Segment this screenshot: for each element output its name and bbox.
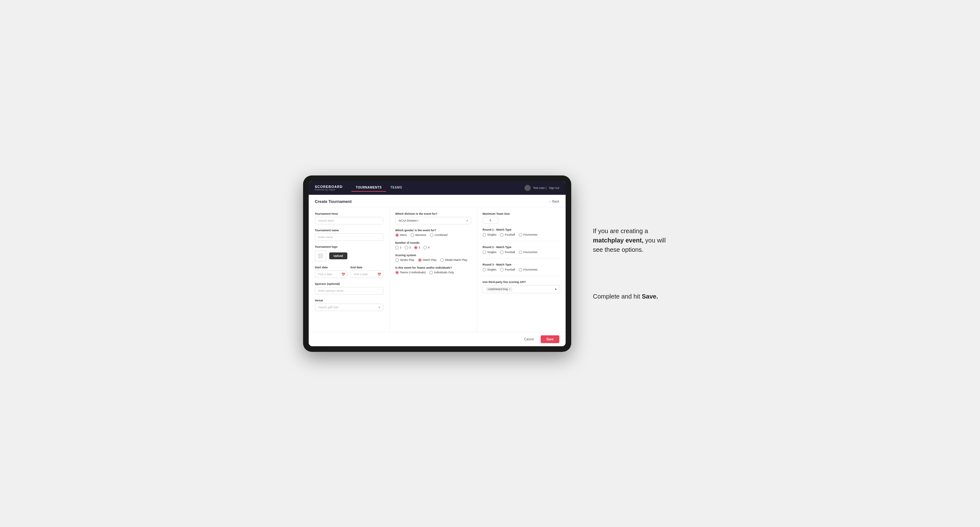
upload-button[interactable]: Upload: [329, 252, 348, 259]
round1-singles-option[interactable]: Singles: [483, 233, 497, 237]
form-title: Create Tournament: [315, 199, 352, 204]
rounds-radio-group: 1 2 3 4: [395, 246, 471, 249]
gender-womens-option[interactable]: Womens: [410, 233, 426, 237]
round2-foursomes-radio[interactable]: [519, 251, 522, 254]
scoring-medal-label: Medal Match Play: [445, 258, 468, 262]
round1-foursomes-option[interactable]: Foursomes: [519, 233, 538, 237]
tablet-frame: SCOREBOARD Powered by clippit TOURNAMENT…: [303, 175, 571, 352]
end-date-input[interactable]: [350, 270, 383, 278]
division-label: Which division is the event for?: [395, 212, 471, 215]
round2-fourball-radio[interactable]: [500, 251, 504, 254]
round3-foursomes-label: Foursomes: [523, 268, 538, 271]
tournament-host-input[interactable]: [315, 217, 383, 224]
gender-womens-label: Womens: [415, 233, 426, 237]
gender-mens-option[interactable]: Mens: [395, 233, 407, 237]
scoring-stroke-option[interactable]: Stroke Play: [395, 258, 414, 262]
annotation-top-text: If you are creating a: [593, 227, 648, 234]
round2-radio-group: Singles Fourball Foursomes: [483, 251, 560, 254]
scoring-match-radio[interactable]: [418, 258, 422, 262]
gender-womens-radio[interactable]: [410, 233, 414, 237]
api-tag-close-icon[interactable]: ×: [509, 288, 511, 291]
brand-title: SCOREBOARD: [315, 185, 343, 189]
end-date-wrapper: 📅: [350, 270, 383, 278]
form-header: Create Tournament ← Back: [309, 195, 566, 207]
nav-user: Test User |: [533, 186, 547, 189]
rounds-label: Number of rounds: [395, 241, 471, 244]
round3-singles-option[interactable]: Singles: [483, 268, 497, 271]
venue-group: Venue ▼: [315, 299, 383, 311]
nav-bar: SCOREBOARD Powered by clippit TOURNAMENT…: [309, 181, 566, 195]
round-1-option[interactable]: 1: [395, 246, 402, 249]
teams-radio-group: Teams (+Individuals) Individuals Only: [395, 271, 471, 274]
round2-fourball-label: Fourball: [505, 251, 515, 254]
tournament-name-input[interactable]: [315, 233, 383, 241]
round-1-radio[interactable]: [395, 246, 399, 249]
round3-foursomes-option[interactable]: Foursomes: [519, 268, 538, 271]
round3-fourball-radio[interactable]: [500, 268, 504, 271]
individuals-only-option[interactable]: Individuals Only: [430, 271, 454, 274]
round1-foursomes-radio[interactable]: [519, 233, 522, 237]
round3-singles-radio[interactable]: [483, 268, 486, 271]
sponsor-input[interactable]: [315, 287, 383, 295]
signout-link[interactable]: Sign out: [549, 186, 559, 189]
gender-combined-radio[interactable]: [430, 233, 433, 237]
tournament-name-label: Tournament name: [315, 229, 383, 232]
round-3-radio[interactable]: [414, 246, 417, 249]
api-dropdown-icon: ▾: [555, 288, 557, 291]
sponsor-label: Sponsor (optional): [315, 283, 383, 286]
gender-combined-label: Combined: [435, 233, 447, 237]
teams-plus-radio[interactable]: [395, 271, 399, 274]
back-button[interactable]: ← Back: [548, 200, 559, 203]
round3-label: Round 3 - Match Type: [483, 263, 560, 266]
round2-singles-radio[interactable]: [483, 251, 486, 254]
round-4-radio[interactable]: [423, 246, 427, 249]
venue-label: Venue: [315, 299, 383, 302]
round3-fourball-option[interactable]: Fourball: [500, 268, 515, 271]
gender-label: Which gender is the event for?: [395, 229, 471, 232]
scoring-match-option[interactable]: Match Play: [418, 258, 437, 262]
round-3-option[interactable]: 3: [414, 246, 420, 249]
individuals-only-radio[interactable]: [430, 271, 433, 274]
round-2-label: 2: [409, 246, 411, 249]
round-2-radio[interactable]: [405, 246, 408, 249]
api-select[interactable]: Leaderboard King × ▾: [483, 285, 560, 293]
svg-point-1: [319, 255, 320, 255]
teams-plus-option[interactable]: Teams (+Individuals): [395, 271, 426, 274]
scoring-group: Scoring system Stroke Play Match Play: [395, 254, 471, 262]
teams-label: Is this event for Teams and/or Individua…: [395, 266, 471, 269]
gender-mens-radio[interactable]: [395, 233, 399, 237]
logo-section: Upload: [315, 250, 383, 262]
round-4-label: 4: [428, 246, 430, 249]
nav-link-tournaments[interactable]: TOURNAMENTS: [352, 184, 386, 192]
venue-input[interactable]: [315, 303, 383, 311]
round1-fourball-radio[interactable]: [500, 233, 504, 237]
annotation-bottom-text: Complete and hit: [593, 293, 642, 300]
max-team-input[interactable]: [483, 217, 498, 224]
cancel-button[interactable]: Cancel: [520, 336, 538, 343]
start-date-wrapper: 📅: [315, 270, 348, 278]
start-date-input[interactable]: [315, 270, 348, 278]
individuals-only-label: Individuals Only: [434, 271, 454, 274]
round3-singles-label: Singles: [487, 268, 497, 271]
round1-fourball-option[interactable]: Fourball: [500, 233, 515, 237]
round2-fourball-option[interactable]: Fourball: [500, 251, 515, 254]
scoring-radio-group: Stroke Play Match Play Medal Match Play: [395, 258, 471, 262]
scoring-stroke-radio[interactable]: [395, 258, 399, 262]
save-button[interactable]: Save: [541, 335, 559, 343]
nav-link-teams[interactable]: TEAMS: [386, 184, 407, 192]
round-2-option[interactable]: 2: [405, 246, 411, 249]
api-group: Use third-party live scoring API? Leader…: [483, 281, 560, 293]
round3-section: Round 3 - Match Type Singles Fourball: [483, 263, 560, 276]
scoring-medal-radio[interactable]: [440, 258, 444, 262]
round1-radio-group: Singles Fourball Foursomes: [483, 233, 560, 237]
round1-singles-radio[interactable]: [483, 233, 486, 237]
division-select[interactable]: NCAA Division I: [395, 217, 471, 224]
round2-singles-option[interactable]: Singles: [483, 251, 497, 254]
gender-combined-option[interactable]: Combined: [430, 233, 447, 237]
teams-plus-label: Teams (+Individuals): [400, 271, 426, 274]
scoring-medal-option[interactable]: Medal Match Play: [440, 258, 468, 262]
round3-foursomes-radio[interactable]: [519, 268, 522, 271]
round-4-option[interactable]: 4: [423, 246, 430, 249]
tablet-screen: SCOREBOARD Powered by clippit TOURNAMENT…: [309, 181, 566, 346]
round2-foursomes-option[interactable]: Foursomes: [519, 251, 538, 254]
